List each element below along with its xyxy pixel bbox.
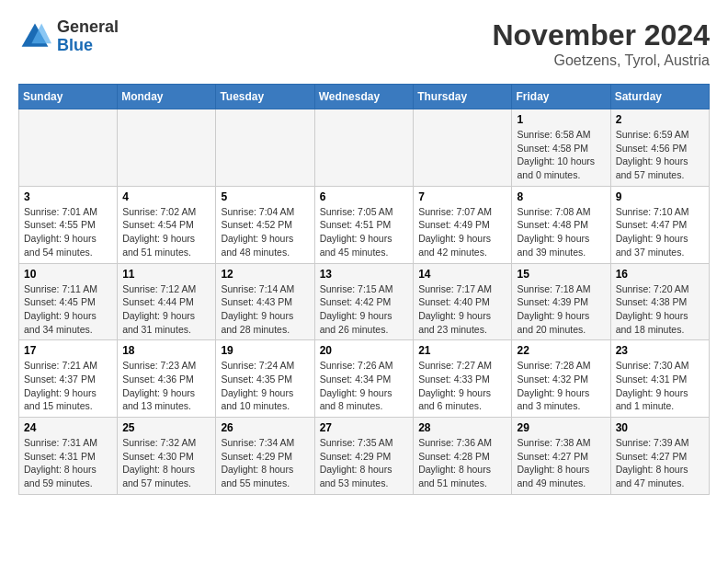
day-info: Sunrise: 7:11 AMSunset: 4:45 PMDaylight:… [24, 282, 112, 337]
day-info: Sunrise: 7:04 AMSunset: 4:52 PMDaylight:… [221, 205, 309, 259]
day-number: 25 [122, 421, 210, 434]
weekday-header-cell: Friday [512, 85, 610, 109]
calendar-cell: 22Sunrise: 7:28 AMSunset: 4:32 PMDayligh… [512, 340, 610, 418]
day-info: Sunrise: 7:01 AMSunset: 4:55 PMDaylight:… [24, 205, 112, 259]
day-info: Sunrise: 6:59 AMSunset: 4:56 PMDaylight:… [616, 128, 704, 182]
day-info: Sunrise: 7:12 AMSunset: 4:44 PMDaylight:… [122, 282, 210, 337]
calendar-cell: 1Sunrise: 6:58 AMSunset: 4:58 PMDaylight… [512, 109, 610, 187]
day-info: Sunrise: 7:34 AMSunset: 4:29 PMDaylight:… [221, 436, 309, 490]
day-number: 11 [122, 268, 210, 281]
day-info: Sunrise: 7:36 AMSunset: 4:28 PMDaylight:… [418, 436, 506, 490]
calendar-cell: 25Sunrise: 7:32 AMSunset: 4:30 PMDayligh… [118, 418, 216, 495]
calendar-cell [118, 109, 216, 187]
weekday-header-row: SundayMondayTuesdayWednesdayThursdayFrid… [19, 85, 710, 109]
calendar-cell: 28Sunrise: 7:36 AMSunset: 4:28 PMDayligh… [414, 418, 512, 495]
day-number: 13 [320, 268, 409, 281]
calendar-cell: 16Sunrise: 7:20 AMSunset: 4:38 PMDayligh… [610, 263, 709, 340]
calendar-cell [314, 109, 414, 187]
day-number: 14 [418, 268, 506, 281]
day-number: 28 [418, 421, 506, 434]
calendar-cell: 21Sunrise: 7:27 AMSunset: 4:33 PMDayligh… [414, 340, 512, 418]
day-info: Sunrise: 7:31 AMSunset: 4:31 PMDaylight:… [24, 436, 112, 490]
day-info: Sunrise: 7:18 AMSunset: 4:39 PMDaylight:… [517, 282, 605, 337]
calendar-table: SundayMondayTuesdayWednesdayThursdayFrid… [18, 84, 710, 495]
day-number: 9 [616, 190, 704, 203]
day-number: 22 [517, 344, 605, 357]
day-number: 12 [221, 268, 309, 281]
weekday-header-cell: Wednesday [314, 85, 414, 109]
day-number: 7 [418, 190, 506, 203]
calendar-cell: 7Sunrise: 7:07 AMSunset: 4:49 PMDaylight… [414, 186, 512, 263]
calendar-cell: 14Sunrise: 7:17 AMSunset: 4:40 PMDayligh… [414, 263, 512, 340]
calendar-week-row: 3Sunrise: 7:01 AMSunset: 4:55 PMDaylight… [19, 186, 710, 263]
logo: General Blue [18, 18, 119, 55]
calendar-title: November 2024 [492, 18, 710, 52]
calendar-cell: 4Sunrise: 7:02 AMSunset: 4:54 PMDaylight… [118, 186, 216, 263]
day-number: 2 [616, 113, 704, 126]
calendar-cell: 23Sunrise: 7:30 AMSunset: 4:31 PMDayligh… [610, 340, 709, 418]
calendar-cell: 5Sunrise: 7:04 AMSunset: 4:52 PMDaylight… [216, 186, 314, 263]
day-number: 4 [122, 190, 210, 203]
day-number: 1 [517, 113, 605, 126]
page-header: General Blue November 2024 Goetzens, Tyr… [18, 18, 710, 69]
day-number: 26 [221, 421, 309, 434]
day-number: 21 [418, 344, 506, 357]
day-info: Sunrise: 7:15 AMSunset: 4:42 PMDaylight:… [320, 282, 409, 337]
day-info: Sunrise: 7:07 AMSunset: 4:49 PMDaylight:… [418, 205, 506, 259]
day-info: Sunrise: 7:24 AMSunset: 4:35 PMDaylight:… [221, 359, 309, 413]
calendar-week-row: 10Sunrise: 7:11 AMSunset: 4:45 PMDayligh… [19, 263, 710, 340]
day-number: 8 [517, 190, 605, 203]
weekday-header-cell: Thursday [414, 85, 512, 109]
calendar-cell: 30Sunrise: 7:39 AMSunset: 4:27 PMDayligh… [610, 418, 709, 495]
calendar-cell: 24Sunrise: 7:31 AMSunset: 4:31 PMDayligh… [19, 418, 118, 495]
day-info: Sunrise: 7:02 AMSunset: 4:54 PMDaylight:… [122, 205, 210, 259]
day-info: Sunrise: 7:27 AMSunset: 4:33 PMDaylight:… [418, 359, 506, 413]
title-block: November 2024 Goetzens, Tyrol, Austria [492, 18, 710, 69]
calendar-cell: 19Sunrise: 7:24 AMSunset: 4:35 PMDayligh… [216, 340, 314, 418]
calendar-week-row: 17Sunrise: 7:21 AMSunset: 4:37 PMDayligh… [19, 340, 710, 418]
day-info: Sunrise: 7:20 AMSunset: 4:38 PMDaylight:… [616, 282, 704, 337]
calendar-cell: 26Sunrise: 7:34 AMSunset: 4:29 PMDayligh… [216, 418, 314, 495]
day-number: 15 [517, 268, 605, 281]
calendar-cell [216, 109, 314, 187]
day-number: 16 [616, 268, 704, 281]
day-info: Sunrise: 7:28 AMSunset: 4:32 PMDaylight:… [517, 359, 605, 413]
calendar-week-row: 1Sunrise: 6:58 AMSunset: 4:58 PMDaylight… [19, 109, 710, 187]
calendar-subtitle: Goetzens, Tyrol, Austria [492, 52, 710, 69]
calendar-cell: 6Sunrise: 7:05 AMSunset: 4:51 PMDaylight… [314, 186, 414, 263]
calendar-cell: 2Sunrise: 6:59 AMSunset: 4:56 PMDaylight… [610, 109, 709, 187]
day-info: Sunrise: 7:08 AMSunset: 4:48 PMDaylight:… [517, 205, 605, 259]
day-number: 17 [24, 344, 112, 357]
logo-text-blue: Blue [57, 36, 93, 54]
day-number: 23 [616, 344, 704, 357]
calendar-cell: 12Sunrise: 7:14 AMSunset: 4:43 PMDayligh… [216, 263, 314, 340]
day-info: Sunrise: 7:32 AMSunset: 4:30 PMDaylight:… [122, 436, 210, 490]
calendar-cell: 8Sunrise: 7:08 AMSunset: 4:48 PMDaylight… [512, 186, 610, 263]
weekday-header-cell: Saturday [610, 85, 709, 109]
calendar-cell: 9Sunrise: 7:10 AMSunset: 4:47 PMDaylight… [610, 186, 709, 263]
weekday-header-cell: Monday [118, 85, 216, 109]
day-info: Sunrise: 7:10 AMSunset: 4:47 PMDaylight:… [616, 205, 704, 259]
calendar-cell: 11Sunrise: 7:12 AMSunset: 4:44 PMDayligh… [118, 263, 216, 340]
day-info: Sunrise: 7:21 AMSunset: 4:37 PMDaylight:… [24, 359, 112, 413]
calendar-cell: 15Sunrise: 7:18 AMSunset: 4:39 PMDayligh… [512, 263, 610, 340]
day-number: 20 [320, 344, 409, 357]
calendar-cell: 3Sunrise: 7:01 AMSunset: 4:55 PMDaylight… [19, 186, 118, 263]
day-info: Sunrise: 7:05 AMSunset: 4:51 PMDaylight:… [320, 205, 409, 259]
calendar-body: 1Sunrise: 6:58 AMSunset: 4:58 PMDaylight… [19, 109, 710, 495]
calendar-cell: 29Sunrise: 7:38 AMSunset: 4:27 PMDayligh… [512, 418, 610, 495]
day-number: 30 [616, 421, 704, 434]
calendar-cell: 10Sunrise: 7:11 AMSunset: 4:45 PMDayligh… [19, 263, 118, 340]
day-info: Sunrise: 7:30 AMSunset: 4:31 PMDaylight:… [616, 359, 704, 413]
day-info: Sunrise: 7:39 AMSunset: 4:27 PMDaylight:… [616, 436, 704, 490]
day-number: 29 [517, 421, 605, 434]
day-number: 19 [221, 344, 309, 357]
calendar-cell: 20Sunrise: 7:26 AMSunset: 4:34 PMDayligh… [314, 340, 414, 418]
day-info: Sunrise: 6:58 AMSunset: 4:58 PMDaylight:… [517, 128, 605, 182]
day-info: Sunrise: 7:35 AMSunset: 4:29 PMDaylight:… [320, 436, 409, 490]
day-number: 5 [221, 190, 309, 203]
weekday-header-cell: Tuesday [216, 85, 314, 109]
day-number: 6 [320, 190, 409, 203]
weekday-header-cell: Sunday [19, 85, 118, 109]
calendar-cell [19, 109, 118, 187]
